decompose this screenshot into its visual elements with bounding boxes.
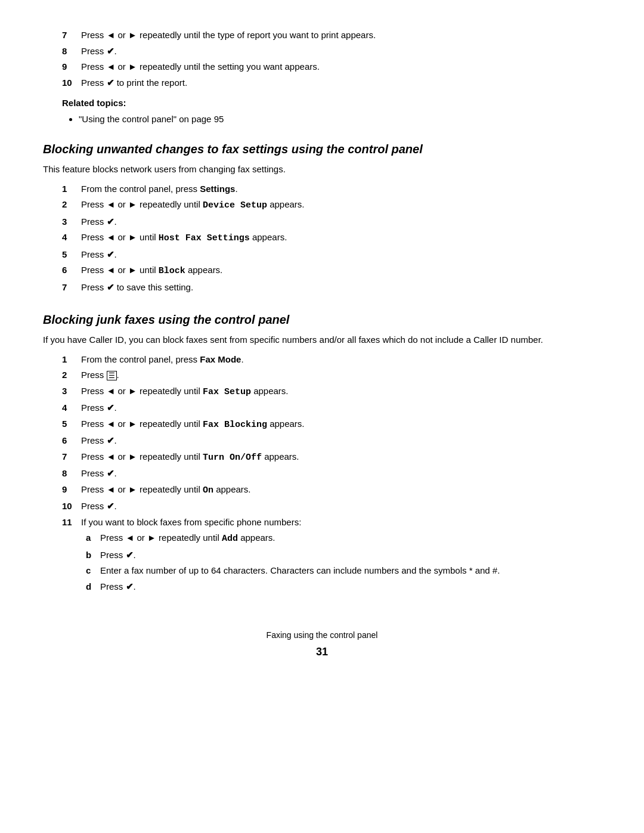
sub-step-c: c Enter a fax number of up to 64 charact… — [86, 564, 601, 578]
s2-step-6: 6 Press ✔. — [62, 434, 601, 448]
check-icon: ✔ — [107, 216, 114, 227]
check-icon: ✔ — [107, 501, 114, 511]
related-topics-heading: Related topics: — [62, 97, 601, 110]
step-7: 7 Press ◄ or ► repeatedly until the type… — [62, 29, 601, 42]
page-number: 31 — [43, 644, 601, 660]
s1-step-4: 4 Press ◄ or ► until Host Fax Settings a… — [62, 231, 601, 246]
check-icon: ✔ — [107, 402, 114, 413]
check-icon: ✔ — [107, 282, 114, 292]
check-icon: ✔ — [107, 78, 114, 88]
s2-step-4: 4 Press ✔. — [62, 401, 601, 415]
s2-step-10: 10 Press ✔. — [62, 500, 601, 513]
s2-step-1: 1 From the control panel, press Fax Mode… — [62, 353, 601, 367]
section2-intro: If you have Caller ID, you can block fax… — [43, 333, 601, 347]
sub-step-d: d Press ✔. — [86, 580, 601, 594]
s2-step-11: 11 If you want to block faxes from speci… — [62, 516, 601, 529]
check-icon: ✔ — [126, 581, 134, 592]
s2-step-5: 5 Press ◄ or ► repeatedly until Fax Bloc… — [62, 417, 601, 432]
s2-step-7: 7 Press ◄ or ► repeatedly until Turn On/… — [62, 450, 601, 465]
step-9: 9 Press ◄ or ► repeatedly until the sett… — [62, 60, 601, 74]
step-10: 10 Press ✔ to print the report. — [62, 76, 601, 90]
s1-step-6: 6 Press ◄ or ► until Block appears. — [62, 264, 601, 278]
s2-step-2: 2 Press ☰. — [62, 368, 601, 382]
footer: Faxing using the control panel 31 — [43, 629, 601, 660]
sub-step-b: b Press ✔. — [86, 549, 601, 562]
s2-step-9: 9 Press ◄ or ► repeatedly until On appea… — [62, 483, 601, 498]
related-topic-item: "Using the control panel" on page 95 — [79, 113, 601, 126]
s2-step-3: 3 Press ◄ or ► repeatedly until Fax Setu… — [62, 385, 601, 400]
s1-step-3: 3 Press ✔. — [62, 215, 601, 229]
s2-step-8: 8 Press ✔. — [62, 467, 601, 481]
s1-step-2: 2 Press ◄ or ► repeatedly until Device S… — [62, 198, 601, 213]
footer-label: Faxing using the control panel — [267, 630, 378, 640]
s1-step-5: 5 Press ✔. — [62, 248, 601, 262]
check-icon: ✔ — [107, 46, 114, 56]
check-icon: ✔ — [107, 468, 114, 478]
menu-icon: ☰ — [107, 371, 117, 380]
s1-step-7: 7 Press ✔ to save this setting. — [62, 281, 601, 295]
section2-heading: Blocking junk faxes using the control pa… — [43, 311, 601, 329]
sub-step-a: a Press ◄ or ► repeatedly until Add appe… — [86, 531, 601, 546]
related-topics-list: "Using the control panel" on page 95 — [79, 113, 601, 126]
section1-heading: Blocking unwanted changes to fax setting… — [43, 140, 601, 158]
check-icon: ✔ — [126, 550, 134, 560]
related-topics: Related topics: "Using the control panel… — [62, 97, 601, 126]
s1-step-1: 1 From the control panel, press Settings… — [62, 182, 601, 196]
section1-intro: This feature blocks network users from c… — [43, 163, 601, 176]
check-icon: ✔ — [107, 249, 114, 259]
check-icon: ✔ — [107, 435, 114, 445]
step-8: 8 Press ✔. — [62, 45, 601, 58]
